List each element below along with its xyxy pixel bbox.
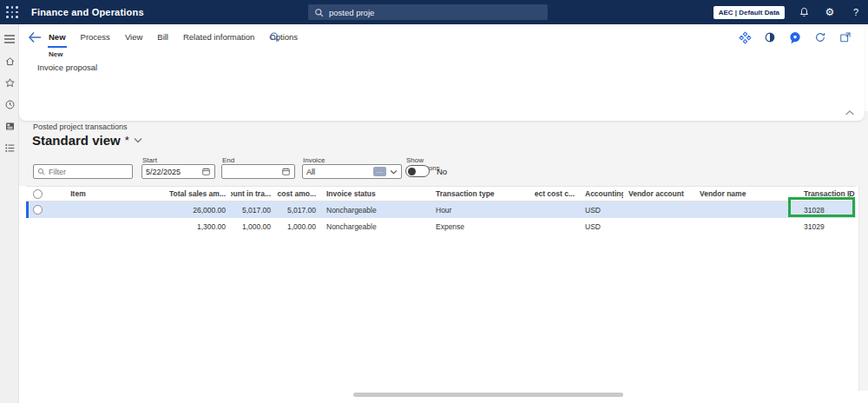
grid-cell-invoice-status[interactable]: Nonchargeable	[321, 218, 431, 235]
search-icon	[37, 168, 45, 175]
grid-cell-vendor-name[interactable]	[694, 218, 799, 235]
grid-header-row: ItemTotal sales am...Amount in tra...Tot…	[26, 186, 856, 202]
grid-cell-item[interactable]	[49, 218, 108, 235]
tab-new[interactable]: New	[48, 29, 67, 48]
home-icon[interactable]	[0, 51, 19, 70]
quick-filter-placeholder: Filter	[49, 168, 66, 176]
tab-view[interactable]: View	[124, 29, 143, 46]
horizontal-scrollbar-thumb[interactable]	[353, 393, 623, 397]
grid-cell-total-sales[interactable]: 26,000.00	[108, 202, 231, 218]
global-search-input[interactable]: posted proje	[308, 4, 548, 20]
back-arrow-icon[interactable]	[28, 31, 43, 45]
notifications-bell-icon[interactable]	[797, 5, 811, 19]
recent-clock-icon[interactable]	[0, 95, 19, 114]
grid-row-1[interactable]: 26,000.005,017.005,017.00NonchargeableHo…	[26, 202, 856, 218]
chevron-down-icon	[134, 137, 142, 143]
tab-process[interactable]: Process	[80, 29, 111, 46]
end-date-input[interactable]	[221, 164, 295, 179]
invoice-status-dropdown[interactable]: All ...	[302, 164, 402, 179]
top-navigation-bar: Finance and Operations posted proje AEC …	[0, 0, 868, 24]
environment-badge[interactable]: AEC | Default Data	[713, 6, 785, 19]
left-navigation-rail	[0, 24, 19, 403]
row-select-radio[interactable]	[33, 205, 43, 215]
search-icon	[314, 8, 324, 17]
grid-header-cell-invoice-status[interactable]: Invoice status	[321, 187, 431, 201]
grid-cell-accounting-currency[interactable]: USD	[580, 218, 623, 235]
grid-column-options-icon[interactable]: ⋮	[845, 189, 853, 198]
refresh-icon[interactable]	[813, 30, 827, 44]
grid-header-cell-item[interactable]: Item	[49, 187, 108, 201]
transactions-grid: ItemTotal sales am...Amount in tra...Tot…	[26, 186, 856, 235]
grid-cell-indirect-cost[interactable]	[535, 218, 580, 235]
action-pane: NewProcessViewBillRelated informationOpt…	[19, 24, 865, 121]
grid-header-cell-total-sales[interactable]: Total sales am...	[108, 187, 231, 201]
grid-cell-item[interactable]	[49, 202, 108, 218]
show-deductions-state: No	[437, 167, 447, 176]
expand-menu-icon[interactable]	[0, 30, 19, 49]
settings-gear-icon[interactable]: ⚙	[823, 5, 837, 19]
start-date-value: 5/22/2025	[146, 168, 181, 176]
grid-cell-total-sales[interactable]: 1,300.00	[108, 218, 231, 235]
chevron-down-icon[interactable]	[390, 169, 398, 175]
favorites-star-icon[interactable]	[0, 73, 19, 92]
grid-cell-transaction-type[interactable]: Expense	[431, 218, 535, 235]
modules-icon[interactable]	[0, 138, 19, 157]
vertical-scrollbar[interactable]	[858, 186, 868, 391]
grid-header-cell-amount-in-trans[interactable]: Amount in tra...	[231, 187, 276, 201]
grid-cell-total-cost[interactable]: 5,017.00	[276, 202, 321, 218]
diamonds-icon[interactable]	[738, 30, 752, 44]
grid-cell-vendor-account[interactable]	[623, 218, 694, 235]
collapse-action-pane-icon[interactable]	[845, 109, 857, 118]
open-in-new-window-icon[interactable]	[838, 30, 852, 44]
grid-header-cell-vendor-name[interactable]: Vendor name	[694, 187, 799, 201]
grid-header-cell-indirect-cost[interactable]: Indirect cost c...	[535, 187, 580, 201]
ribbon-group-label: New	[49, 50, 62, 58]
workspaces-icon[interactable]	[0, 116, 19, 135]
lookup-ellipsis-icon[interactable]: ...	[373, 167, 386, 176]
select-all-radio[interactable]	[33, 189, 43, 199]
global-search-value: posted proje	[329, 8, 374, 17]
contrast-icon[interactable]	[763, 30, 777, 44]
show-deductions-toggle[interactable]	[405, 165, 430, 177]
grid-cell-vendor-name[interactable]	[694, 202, 799, 218]
view-modified-marker: *	[125, 134, 129, 147]
help-icon[interactable]: ?	[849, 5, 863, 19]
calendar-icon[interactable]	[201, 167, 211, 176]
start-date-input[interactable]: 5/22/2025	[141, 164, 215, 179]
grid-cell-vendor-account[interactable]	[623, 202, 694, 218]
grid-cell-indirect-cost[interactable]	[535, 202, 580, 218]
grid-header-cell-transaction-type[interactable]: Transaction type	[431, 187, 535, 201]
grid-cell-amount-in-trans[interactable]: 5,017.00	[231, 202, 276, 218]
invoice-status-value: All	[306, 168, 315, 176]
grid-header-cell-total-cost[interactable]: Total cost amo...	[276, 187, 321, 201]
action-pane-tabs: NewProcessViewBillRelated informationOpt…	[48, 29, 299, 48]
grid-cell-total-cost[interactable]: 1,000.00	[276, 218, 321, 235]
grid-row-2[interactable]: 1,300.001,000.001,000.00NonchargeableExp…	[26, 218, 856, 235]
messages-icon[interactable]	[788, 30, 802, 44]
action-pane-search-icon[interactable]	[269, 31, 281, 43]
invoice-proposal-menu-item[interactable]: Invoice proposal	[37, 63, 97, 72]
tab-related-information[interactable]: Related information	[182, 29, 255, 46]
grid-cell-amount-in-trans[interactable]: 1,000.00	[231, 218, 276, 235]
grid-cell-transaction-id[interactable]: 31029	[799, 218, 856, 235]
grid-cell-transaction-id[interactable]: 31028	[799, 202, 856, 218]
grid-cell-accounting-currency[interactable]: USD	[580, 202, 623, 218]
row-selector-cell[interactable]	[26, 218, 49, 235]
view-name: Standard view	[32, 133, 121, 148]
row-selector-cell[interactable]	[26, 202, 49, 218]
page-caption: Posted project transactions	[33, 122, 128, 131]
select-all-cell[interactable]	[26, 187, 49, 201]
view-selector[interactable]: Standard view *	[32, 133, 142, 148]
grid-header-cell-accounting-currency[interactable]: Accounting cu...	[580, 187, 623, 201]
grid-header-cell-vendor-account[interactable]: Vendor account	[623, 187, 694, 201]
calendar-icon[interactable]	[281, 167, 291, 176]
grid-cell-transaction-type[interactable]: Hour	[431, 202, 535, 218]
app-launcher-icon[interactable]	[6, 6, 18, 18]
grid-cell-invoice-status[interactable]: Nonchargeable	[321, 202, 431, 218]
app-title: Finance and Operations	[31, 0, 144, 24]
tab-bill[interactable]: Bill	[156, 29, 169, 46]
quick-filter-input[interactable]: Filter	[33, 164, 133, 179]
